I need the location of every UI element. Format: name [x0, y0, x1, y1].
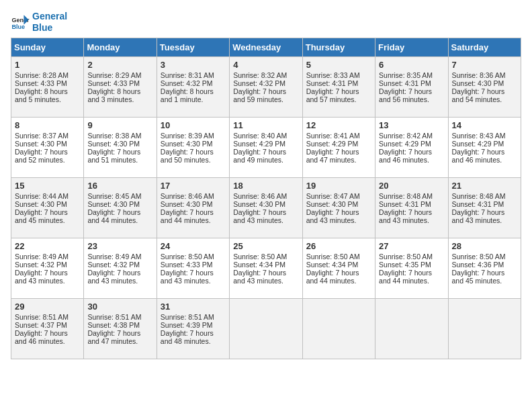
sunrise-text: Sunrise: 8:33 AM [306, 71, 371, 79]
day-number: 18 [233, 181, 298, 191]
header-monday: Monday [84, 38, 157, 56]
sunrise-text: Sunrise: 8:37 AM [15, 132, 80, 140]
daylight-text: Daylight: 7 hours and 57 minutes. [306, 87, 371, 103]
daylight-text: Daylight: 7 hours and 45 minutes. [452, 269, 517, 285]
sunrise-text: Sunrise: 8:50 AM [233, 253, 298, 261]
sunset-text: Sunset: 4:29 PM [233, 140, 298, 148]
daylight-text: Daylight: 7 hours and 43 minutes. [15, 269, 80, 285]
sunrise-text: Sunrise: 8:43 AM [452, 132, 517, 140]
day-number: 7 [452, 60, 517, 70]
sunset-text: Sunset: 4:29 PM [306, 140, 371, 148]
day-number: 5 [306, 60, 371, 70]
daylight-text: Daylight: 7 hours and 54 minutes. [452, 87, 517, 103]
daylight-text: Daylight: 7 hours and 51 minutes. [87, 148, 152, 164]
daylight-text: Daylight: 7 hours and 49 minutes. [233, 148, 298, 164]
daylight-text: Daylight: 7 hours and 56 minutes. [379, 87, 444, 103]
daylight-text: Daylight: 7 hours and 43 minutes. [161, 269, 226, 285]
day-number: 12 [306, 120, 371, 130]
sunrise-text: Sunrise: 8:50 AM [452, 253, 517, 261]
day-number: 21 [452, 181, 517, 191]
daylight-text: Daylight: 7 hours and 43 minutes. [452, 208, 517, 224]
sunset-text: Sunset: 4:31 PM [306, 79, 371, 87]
day-number: 23 [87, 241, 152, 251]
sunrise-text: Sunrise: 8:32 AM [233, 71, 298, 79]
day-number: 15 [15, 181, 80, 191]
calendar-cell: 25Sunrise: 8:50 AMSunset: 4:34 PMDayligh… [230, 238, 302, 298]
sunrise-text: Sunrise: 8:29 AM [87, 71, 152, 79]
day-number: 3 [161, 60, 226, 70]
calendar-cell: 17Sunrise: 8:46 AMSunset: 4:30 PMDayligh… [157, 177, 229, 238]
daylight-text: Daylight: 7 hours and 59 minutes. [233, 87, 298, 103]
sunrise-text: Sunrise: 8:50 AM [306, 253, 371, 261]
sunset-text: Sunset: 4:30 PM [161, 140, 226, 148]
day-number: 4 [233, 60, 298, 70]
day-number: 20 [379, 181, 444, 191]
day-number: 29 [15, 302, 80, 312]
calendar-cell: 3Sunrise: 8:31 AMSunset: 4:32 PMDaylight… [157, 56, 229, 117]
sunset-text: Sunset: 4:33 PM [15, 79, 80, 87]
sunrise-text: Sunrise: 8:47 AM [306, 192, 371, 200]
calendar-cell: 21Sunrise: 8:48 AMSunset: 4:31 PMDayligh… [448, 177, 521, 238]
day-number: 16 [87, 181, 152, 191]
calendar-cell: 4Sunrise: 8:32 AMSunset: 4:32 PMDaylight… [230, 56, 302, 117]
calendar-cell [302, 298, 375, 359]
daylight-text: Daylight: 7 hours and 44 minutes. [161, 208, 226, 224]
sunset-text: Sunset: 4:36 PM [452, 261, 517, 269]
sunset-text: Sunset: 4:33 PM [87, 79, 152, 87]
daylight-text: Daylight: 7 hours and 47 minutes. [87, 329, 152, 345]
header-friday: Friday [375, 38, 448, 56]
calendar-cell: 6Sunrise: 8:35 AMSunset: 4:31 PMDaylight… [375, 56, 448, 117]
calendar-cell [375, 298, 448, 359]
day-number: 28 [452, 241, 517, 251]
daylight-text: Daylight: 7 hours and 46 minutes. [15, 329, 80, 345]
sunrise-text: Sunrise: 8:51 AM [161, 313, 226, 321]
day-number: 11 [233, 120, 298, 130]
calendar-cell: 2Sunrise: 8:29 AMSunset: 4:33 PMDaylight… [84, 56, 157, 117]
sunrise-text: Sunrise: 8:35 AM [379, 71, 444, 79]
daylight-text: Daylight: 8 hours and 1 minute. [161, 87, 226, 103]
sunrise-text: Sunrise: 8:40 AM [233, 132, 298, 140]
sunset-text: Sunset: 4:34 PM [306, 261, 371, 269]
calendar-table: SundayMondayTuesdayWednesdayThursdayFrid… [11, 38, 521, 359]
calendar-cell: 28Sunrise: 8:50 AMSunset: 4:36 PMDayligh… [448, 238, 521, 298]
sunset-text: Sunset: 4:35 PM [379, 261, 444, 269]
sunset-text: Sunset: 4:30 PM [161, 200, 226, 208]
day-number: 2 [87, 60, 152, 70]
sunrise-text: Sunrise: 8:49 AM [87, 253, 152, 261]
sunset-text: Sunset: 4:37 PM [15, 321, 80, 329]
sunrise-text: Sunrise: 8:50 AM [161, 253, 226, 261]
daylight-text: Daylight: 8 hours and 5 minutes. [15, 87, 80, 103]
calendar-cell: 24Sunrise: 8:50 AMSunset: 4:33 PMDayligh… [157, 238, 229, 298]
calendar-cell: 27Sunrise: 8:50 AMSunset: 4:35 PMDayligh… [375, 238, 448, 298]
daylight-text: Daylight: 7 hours and 43 minutes. [233, 208, 298, 224]
header-thursday: Thursday [302, 38, 375, 56]
week-row-3: 15Sunrise: 8:44 AMSunset: 4:30 PMDayligh… [11, 177, 521, 238]
sunset-text: Sunset: 4:32 PM [233, 79, 298, 87]
week-row-1: 1Sunrise: 8:28 AMSunset: 4:33 PMDaylight… [11, 56, 521, 117]
sunrise-text: Sunrise: 8:38 AM [87, 132, 152, 140]
day-number: 10 [161, 120, 226, 130]
calendar-cell: 31Sunrise: 8:51 AMSunset: 4:39 PMDayligh… [157, 298, 229, 359]
header-sunday: Sunday [11, 38, 84, 56]
calendar-cell: 22Sunrise: 8:49 AMSunset: 4:32 PMDayligh… [11, 238, 84, 298]
sunset-text: Sunset: 4:32 PM [161, 79, 226, 87]
header-tuesday: Tuesday [157, 38, 229, 56]
week-row-2: 8Sunrise: 8:37 AMSunset: 4:30 PMDaylight… [11, 117, 521, 177]
day-number: 6 [379, 60, 444, 70]
sunset-text: Sunset: 4:29 PM [379, 140, 444, 148]
page-header: General Blue General Blue [11, 11, 521, 34]
sunset-text: Sunset: 4:30 PM [87, 200, 152, 208]
sunrise-text: Sunrise: 8:41 AM [306, 132, 371, 140]
sunrise-text: Sunrise: 8:44 AM [15, 192, 80, 200]
sunset-text: Sunset: 4:31 PM [379, 200, 444, 208]
daylight-text: Daylight: 7 hours and 43 minutes. [233, 269, 298, 285]
sunset-text: Sunset: 4:30 PM [306, 200, 371, 208]
calendar-cell: 10Sunrise: 8:39 AMSunset: 4:30 PMDayligh… [157, 117, 229, 177]
sunrise-text: Sunrise: 8:46 AM [161, 192, 226, 200]
sunset-text: Sunset: 4:38 PM [87, 321, 152, 329]
daylight-text: Daylight: 7 hours and 44 minutes. [306, 269, 371, 285]
calendar-cell: 8Sunrise: 8:37 AMSunset: 4:30 PMDaylight… [11, 117, 84, 177]
calendar-cell: 26Sunrise: 8:50 AMSunset: 4:34 PMDayligh… [302, 238, 375, 298]
calendar-cell [448, 298, 521, 359]
logo: General Blue General Blue [11, 11, 67, 34]
